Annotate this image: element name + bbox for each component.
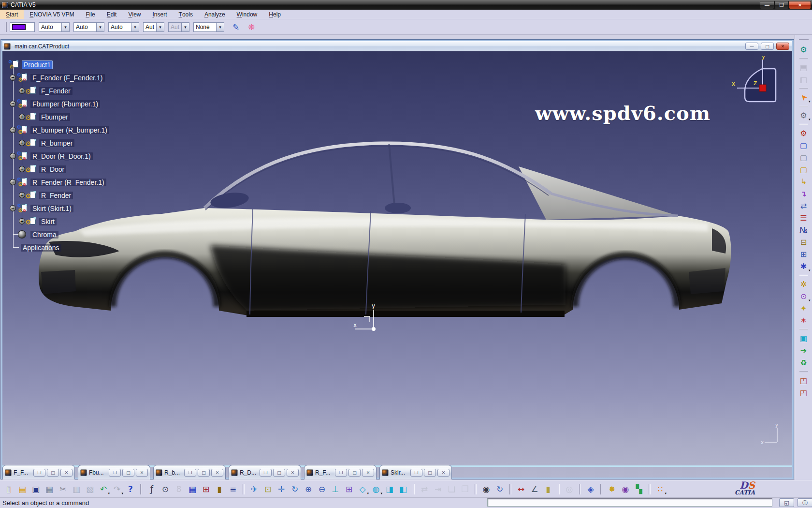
lock-icon[interactable]: ▮ (213, 483, 226, 495)
taskbar-tab-fbu[interactable]: Fbu...❐□✕ (78, 465, 150, 479)
zoom-out-icon[interactable]: ⊖ (316, 483, 328, 495)
turntable-icon[interactable]: ↻ (493, 483, 506, 495)
new-component-icon[interactable]: ▢ (797, 139, 811, 151)
save-management-icon[interactable]: ▣ (797, 332, 811, 344)
toolbar-drag-handle[interactable] (5, 22, 7, 32)
doc-maximize-button[interactable]: □ (761, 43, 774, 50)
document-titlebar[interactable]: main car.CATProduct — □ ✕ (2, 41, 792, 51)
catalog-icon[interactable]: ◈ (584, 483, 597, 495)
tree-item-fbumper[interactable]: ⚙Fbumper (26, 110, 70, 123)
3d-viewport[interactable]: www.spdv6.com y x z y x y x ⚙⚙ (2, 51, 792, 478)
tab-close-button[interactable]: ✕ (136, 469, 148, 477)
menu-file[interactable]: File (80, 10, 101, 19)
tree-item-label[interactable]: Chroma (30, 231, 58, 239)
view-compass[interactable]: y x z (723, 56, 790, 114)
snap-icon[interactable]: ◰ (797, 387, 811, 399)
toolbar-caret-icon[interactable]: ▾ (665, 492, 667, 495)
menu-help[interactable]: Help (263, 10, 287, 19)
measure-between-icon[interactable]: ↔ (515, 483, 527, 495)
save-icon[interactable]: ▣ (29, 483, 42, 495)
tab-restore-button[interactable]: ❐ (260, 469, 272, 477)
existing-component-icon[interactable]: ↳ (797, 176, 811, 188)
collapse-toggle[interactable]: − (10, 205, 16, 211)
save-version-icon[interactable]: ➔ (797, 344, 811, 357)
fit-all-in-icon[interactable]: ⊡ (261, 483, 274, 495)
undo-icon[interactable]: ↶▾ (97, 483, 110, 495)
expand-toggle[interactable]: + (19, 192, 25, 198)
print-icon[interactable]: ▦ (43, 483, 56, 495)
tree-item-label[interactable]: Product1 (22, 60, 53, 69)
manage-representations-icon[interactable]: ⊞ (797, 248, 811, 260)
tree-item-label[interactable]: Skirt (39, 218, 57, 225)
render-style-icon[interactable]: ◍▾ (370, 483, 382, 495)
tree-item-label[interactable]: R_bumper (39, 139, 74, 147)
menu-tools[interactable]: Tools (173, 10, 199, 19)
paste-icon[interactable]: ▧ (84, 483, 96, 495)
expand-toggle[interactable]: + (19, 140, 25, 146)
tree-item-skirt[interactable]: ⚙Skirt (26, 215, 57, 228)
properties-combo-6[interactable]: None▾ (193, 22, 224, 32)
tab-close-button[interactable]: ✕ (211, 469, 223, 477)
multi-view-icon[interactable]: ⊞ (343, 483, 355, 495)
tab-close-button[interactable]: ✕ (362, 469, 374, 477)
collapse-toggle[interactable]: − (10, 101, 16, 107)
close-button[interactable]: ✕ (789, 1, 811, 9)
toolbar-caret-icon[interactable]: ▾ (809, 100, 811, 104)
select-icon[interactable]: ➤▾ (797, 91, 811, 104)
zoom-in-icon[interactable]: ⊕ (302, 483, 315, 495)
assembly-update-icon[interactable]: ⚙ (797, 44, 811, 56)
color-combo[interactable] (10, 22, 35, 32)
rotate-icon[interactable]: ↻ (289, 483, 301, 495)
tree-item-label[interactable]: Applications (21, 244, 61, 252)
tree-item-label[interactable]: R_Door (39, 165, 66, 173)
replace-component-icon[interactable]: ⇄ (797, 200, 811, 212)
properties-combo-3[interactable]: Auto▾ (108, 22, 139, 32)
generate-numbering-icon[interactable]: № (797, 224, 811, 236)
whats-this-icon[interactable]: ? (124, 483, 137, 495)
tree-item-label[interactable]: R_Fender (R_Fender.1) (30, 179, 106, 186)
properties-combo-1[interactable]: Auto▾ (39, 22, 70, 32)
dmu-review-icon[interactable]: ▚ (633, 483, 645, 495)
tab-close-button[interactable]: ✕ (60, 469, 72, 477)
tree-item-label[interactable]: R_bumper (R_bumper.1) (30, 126, 109, 134)
tree-item-r-door[interactable]: ⚙R_Door (26, 163, 66, 176)
wireframe-view-icon[interactable]: ◧ (397, 483, 409, 495)
knowledge-inspector-icon[interactable]: ⊞ (200, 483, 212, 495)
tab-restore-button[interactable]: ❐ (184, 469, 196, 477)
tree-item-applications[interactable]: Applications (18, 241, 61, 254)
tab-maximize-button[interactable]: □ (424, 469, 436, 477)
tree-item-label[interactable]: Fbumper (Fbumper.1) (30, 100, 100, 108)
redo-icon[interactable]: ↷▾ (111, 483, 123, 495)
graph-tree-reordering-icon[interactable]: ☰ (797, 212, 811, 224)
menu-start[interactable]: Start (0, 10, 24, 19)
tree-item-skirt-skirt-1[interactable]: ⚙⚙⚙Skirt (Skirt.1) (17, 202, 73, 215)
toolbar-caret-icon[interactable]: ▾ (809, 269, 811, 272)
expand-toggle[interactable]: + (19, 114, 25, 120)
toolbar-caret-icon[interactable]: ▾ (121, 492, 123, 495)
menu-view[interactable]: View (122, 10, 146, 19)
tree-item-label[interactable]: Skirt (Skirt.1) (30, 205, 73, 212)
right-toolbar-drag-handle[interactable] (799, 38, 809, 40)
combo-dropdown-icon[interactable]: ▾ (156, 23, 164, 31)
selective-load-icon[interactable]: ⊟ (797, 236, 811, 248)
tree-item-r-fender-r-fender-1[interactable]: ⚙⚙⚙R_Fender (R_Fender.1) (17, 176, 106, 189)
painter-icon[interactable]: ✎ (230, 21, 242, 33)
collapse-toggle[interactable]: − (10, 153, 16, 159)
toolbar-caret-icon[interactable]: ▾ (809, 118, 811, 121)
save-propagate-icon[interactable]: ♻ (797, 357, 811, 369)
menu-window[interactable]: Window (231, 10, 263, 19)
tab-close-button[interactable]: ✕ (287, 469, 299, 477)
clash-icon[interactable]: ✶ (797, 314, 811, 327)
fly-icon[interactable]: ✈ (248, 483, 261, 495)
manipulation-icon[interactable]: ◳ (797, 374, 811, 387)
taskbar-tab-ff[interactable]: F_F...❐□✕ (2, 465, 75, 479)
tab-restore-button[interactable]: ❐ (410, 469, 422, 477)
tab-maximize-button[interactable]: □ (198, 469, 210, 477)
normal-view-icon[interactable]: ⊥ (329, 483, 342, 495)
camera-icon[interactable]: ◉ (480, 483, 493, 495)
measure-item-icon[interactable]: ∠ (528, 483, 541, 495)
wizard-icon[interactable]: ❋ (245, 21, 258, 33)
tree-item-product1[interactable]: ⚙⚙Product1 (8, 58, 53, 71)
copy-icon[interactable]: ▥ (70, 483, 83, 495)
expand-toggle[interactable]: + (19, 166, 25, 172)
